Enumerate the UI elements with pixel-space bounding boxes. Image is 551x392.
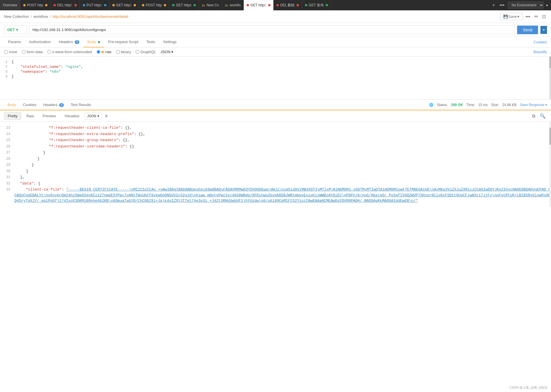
tab-post2[interactable]: POST http xyxy=(139,0,169,10)
environment-selector[interactable]: No Environment xyxy=(508,2,544,9)
resp-tab-headers[interactable]: Headers 8 xyxy=(40,100,67,110)
tab-del2[interactable]: DEL 删除 xyxy=(274,0,302,10)
request-line: GET ▾ Send ▾ xyxy=(0,23,551,37)
tab-tests-label: Tests xyxy=(146,40,155,44)
fmt-tab-visualize[interactable]: Visualize xyxy=(61,112,83,120)
status-dot-get1 xyxy=(134,4,136,6)
tab-workflow[interactable]: 🗂 workflo xyxy=(222,0,244,10)
breadcrumb-sep2: / xyxy=(50,14,51,19)
tab-settings-label: Settings xyxy=(163,40,176,44)
response-json-selector[interactable]: JSON ▾ xyxy=(85,113,102,120)
json-format-label: JSON xyxy=(87,114,96,118)
fmt-raw-label: Raw xyxy=(26,114,34,118)
tab-post1[interactable]: POST http xyxy=(20,0,51,10)
body-type-graphql-label: GraphQL xyxy=(141,50,156,54)
tab-get4[interactable]: GET 查询 xyxy=(302,0,331,10)
filter-button[interactable]: ≡ xyxy=(103,113,109,120)
resp-line-27: 27 } xyxy=(0,149,551,156)
response-scrollbar[interactable] xyxy=(549,122,551,207)
body-type-urlencoded[interactable]: x-www-form-urlencoded xyxy=(47,50,92,54)
resp-tab-body[interactable]: Body xyxy=(4,100,20,110)
beautify-button[interactable]: Beautify xyxy=(533,50,547,54)
send-dropdown-button[interactable]: ▾ xyxy=(540,26,547,34)
status-dot-get4 xyxy=(326,4,328,6)
tab-get1[interactable]: GET http/; xyxy=(110,0,139,10)
code-line-1: 1 { xyxy=(0,59,551,64)
body-type-raw[interactable]: raw xyxy=(97,50,112,54)
tab-put1[interactable]: PUT http/; xyxy=(80,0,110,10)
tab-tests[interactable]: Tests xyxy=(142,37,159,47)
dot-get3 xyxy=(247,4,249,6)
overview-label: Overview xyxy=(3,3,17,7)
dot-get2 xyxy=(172,4,174,6)
tab-get3[interactable]: GET http/; xyxy=(244,0,273,10)
fmt-tab-raw[interactable]: Raw xyxy=(23,112,37,120)
json-type-label: JSON xyxy=(160,50,170,54)
editor-scrollbar[interactable] xyxy=(549,57,551,99)
save-button[interactable]: 💾 Save ▾ xyxy=(500,13,523,20)
body-type-graphql[interactable]: GraphQL xyxy=(136,50,156,54)
body-type-form-data[interactable]: form-data xyxy=(22,50,43,54)
breadcrumb-folder[interactable]: workflow xyxy=(33,14,48,19)
body-type-binary-label: binary xyxy=(121,50,131,54)
fmt-tab-preview[interactable]: Preview xyxy=(39,112,59,120)
resp-tab-test-results[interactable]: Test Results xyxy=(67,100,95,110)
folder-icon-workflow: 🗂 xyxy=(225,3,228,7)
response-tabs-bar: Body Cookies Headers 8 Test Results 🌐 St… xyxy=(0,100,551,110)
resp-line-24: 24 "f:requestheader-extra-headers-prefix… xyxy=(0,131,551,137)
json-type-selector[interactable]: JSON ▾ xyxy=(160,50,173,54)
breadcrumb-collection[interactable]: New Collection xyxy=(4,14,29,19)
tab-del2-label: DEL 删除 xyxy=(280,3,295,8)
copy-response-button[interactable]: ⧉ xyxy=(531,112,537,120)
method-selector[interactable]: GET ▾ xyxy=(4,26,27,34)
tab-overview[interactable]: Overview xyxy=(0,0,20,10)
env-chevron-icon: ▾ xyxy=(546,3,548,7)
add-tab-button[interactable]: + xyxy=(491,2,496,8)
tab-settings[interactable]: Settings xyxy=(159,37,181,47)
cert-value[interactable]: "-----BEGIN CERTIFICATE-----\nMIIC5zCCAc… xyxy=(14,187,551,203)
search-response-button[interactable]: 🔍 xyxy=(538,112,547,120)
dot-get1 xyxy=(112,4,115,6)
tab-newco-label: New Co xyxy=(207,3,219,7)
body-type-none[interactable]: none xyxy=(4,50,17,54)
tab-headers[interactable]: Headers 8 xyxy=(55,37,83,47)
resp-line-23: 23 "f:requestheader-client-ca-file": {}, xyxy=(0,125,551,131)
url-input[interactable] xyxy=(29,25,515,34)
tab-get2[interactable]: GET https xyxy=(169,0,199,10)
request-body-editor: 1 { 2 "statefulset_name": "nginx", 3 "na… xyxy=(0,57,551,100)
code-line-2: 2 "statefulset_name": "nginx", xyxy=(0,64,551,69)
resp-line-30: 30 ] xyxy=(0,168,551,174)
fmt-tab-pretty[interactable]: Pretty xyxy=(4,112,21,120)
edit-button[interactable]: ✏ xyxy=(533,13,539,20)
body-type-binary[interactable]: binary xyxy=(116,50,131,54)
tab-body[interactable]: Body xyxy=(83,37,104,47)
code-line-4: 4 } xyxy=(0,74,551,79)
tab-pre-request[interactable]: Pre-request Script xyxy=(104,37,142,47)
fmt-visualize-label: Visualize xyxy=(64,114,79,118)
cookies-link[interactable]: Cookies xyxy=(533,40,547,44)
body-type-raw-label: raw xyxy=(105,50,112,54)
resp-line-32: 32 "data": { xyxy=(0,180,551,187)
tab-post1-label: POST http xyxy=(27,3,43,7)
fmt-pretty-label: Pretty xyxy=(8,114,18,118)
tab-newco[interactable]: 🗂 New Co xyxy=(199,0,222,10)
resp-tab-cookies[interactable]: Cookies xyxy=(20,100,40,110)
resp-tab-cookies-label: Cookies xyxy=(23,103,37,107)
body-active-dot xyxy=(98,41,100,43)
response-scroll-thumb xyxy=(549,128,551,145)
send-button[interactable]: Send xyxy=(517,26,538,34)
globe-icon: 🌐 xyxy=(429,103,433,107)
tab-authorization[interactable]: Authorization xyxy=(25,37,55,47)
more-tabs-button[interactable]: ••• xyxy=(498,2,506,8)
tab-actions: + ••• No Environment ▾ xyxy=(491,2,551,9)
tab-body-label: Body xyxy=(87,40,96,44)
save-response-button[interactable]: Save Response ▾ xyxy=(520,103,547,107)
layout-button[interactable]: ⊡ xyxy=(541,13,547,20)
tab-get3-label: GET http/; xyxy=(250,3,266,7)
tab-del1[interactable]: DEL http/; xyxy=(51,0,80,10)
more-options-button[interactable]: ••• xyxy=(524,13,531,20)
response-section: Body Cookies Headers 8 Test Results 🌐 St… xyxy=(0,100,551,207)
size-value: 24.86 KB xyxy=(502,103,517,107)
tab-params[interactable]: Params xyxy=(4,37,25,47)
status-dot-post1 xyxy=(45,4,47,6)
